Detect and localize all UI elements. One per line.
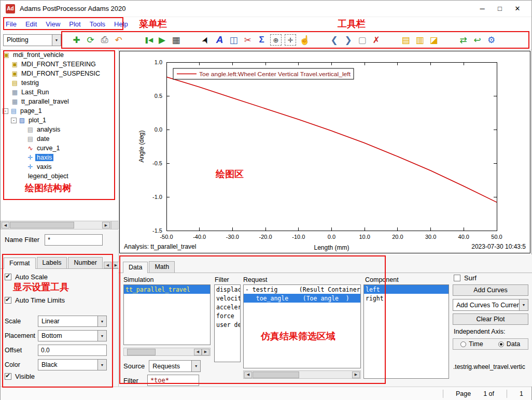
undo-icon[interactable]: ↶ xyxy=(111,33,125,47)
menu-plot[interactable]: Plot xyxy=(69,20,80,28)
source-select[interactable]: Requests xyxy=(149,360,201,372)
offset-input[interactable]: 0.0 xyxy=(38,345,107,356)
scrollbar-track[interactable] xyxy=(253,372,352,378)
scroll-left-icon[interactable] xyxy=(244,372,252,378)
list-item[interactable]: velocity xyxy=(215,294,240,303)
tree-item-tt_parallel_travel[interactable]: ▦tt_parallel_travel xyxy=(1,97,118,106)
hand-tool-icon[interactable]: ☝ xyxy=(298,33,312,47)
chevron-down-icon[interactable] xyxy=(519,299,528,310)
tree-item-testrig[interactable]: ▤testrig xyxy=(1,78,118,88)
new-session-icon[interactable]: ✚ xyxy=(69,33,83,47)
save-layout-icon[interactable]: ▥ xyxy=(413,33,427,47)
data-tab-math[interactable]: Math xyxy=(149,261,175,273)
chevron-down-icon[interactable] xyxy=(97,360,106,370)
color-select[interactable]: Black xyxy=(38,359,107,370)
list-item[interactable]: tt_parallel_travel xyxy=(124,285,210,294)
request-list[interactable]: - testrig (Result Container toe_angle (T… xyxy=(243,284,361,368)
list-item[interactable]: force xyxy=(215,311,240,320)
tree-hscrollbar[interactable] xyxy=(1,221,111,230)
add-curves-button[interactable]: Add Curves xyxy=(453,284,528,296)
clear-plot-button[interactable]: Clear Plot xyxy=(453,313,528,325)
new-page-icon[interactable]: ▢ xyxy=(355,33,369,47)
scroll-right-icon[interactable] xyxy=(102,222,110,228)
tree-item-haxis[interactable]: ✛haxis xyxy=(1,153,118,162)
format-tab-labels[interactable]: Labels xyxy=(37,257,67,268)
format-tab-number[interactable]: Number xyxy=(68,257,102,268)
menu-help[interactable]: Help xyxy=(114,20,128,28)
tree-item-vaxis[interactable]: ✛vaxis xyxy=(1,162,118,172)
scroll-left-icon[interactable] xyxy=(2,222,9,228)
maximize-button[interactable]: □ xyxy=(491,5,509,12)
menu-tools[interactable]: Tools xyxy=(90,20,105,28)
tree-item-curve_1[interactable]: ∿curve_1 xyxy=(1,144,118,153)
tree-item-plot_1[interactable]: -▨plot_1 xyxy=(1,116,118,125)
scroll-left-icon[interactable] xyxy=(194,349,202,355)
settings-gear-icon[interactable]: ⚙ xyxy=(484,33,498,47)
list-item[interactable]: user defi xyxy=(215,320,240,329)
name-filter-input[interactable]: * xyxy=(45,234,103,246)
independent-axis-data-option[interactable]: Data xyxy=(491,339,528,349)
simulation-hscrollbar[interactable] xyxy=(123,348,211,356)
simulation-list[interactable]: tt_parallel_travel xyxy=(123,284,211,345)
scale-select[interactable]: Linear xyxy=(38,316,107,327)
play-icon[interactable]: ▶ xyxy=(155,33,169,47)
page-layout-icon[interactable]: ▤ xyxy=(399,33,413,47)
surf-checkbox[interactable] xyxy=(454,275,460,281)
tree-item-date[interactable]: ▤date xyxy=(1,134,118,144)
previous-page-icon[interactable]: ❮ xyxy=(327,33,341,47)
list-item[interactable]: left xyxy=(364,285,449,294)
animation-record-icon[interactable]: ▦ xyxy=(169,33,183,47)
visible-checkbox[interactable] xyxy=(5,373,11,380)
return-icon[interactable]: ↩ xyxy=(470,33,484,47)
chevron-down-icon[interactable] xyxy=(97,316,106,326)
next-page-icon[interactable]: ❯ xyxy=(341,33,355,47)
statistics-icon[interactable]: Σ xyxy=(255,33,269,47)
scrollbar-track[interactable] xyxy=(10,222,102,228)
data-tab-data[interactable]: Data xyxy=(123,262,148,273)
auto-scale-checkbox[interactable] xyxy=(5,274,11,280)
plot-layout-icon[interactable]: ◫ xyxy=(227,33,241,47)
scrollbar-thumb[interactable] xyxy=(253,372,299,378)
display-page-icon[interactable]: ◪ xyxy=(427,33,441,47)
scrollbar-track[interactable] xyxy=(125,349,193,355)
list-item[interactable]: - testrig (Result Container xyxy=(244,285,360,294)
chevron-down-icon[interactable] xyxy=(52,35,61,46)
tree-item-legend_object[interactable]: legend_object xyxy=(1,172,118,181)
menu-edit[interactable]: Edit xyxy=(25,20,37,28)
filter-input[interactable]: *toe* xyxy=(147,375,199,386)
menu-view[interactable]: View xyxy=(46,20,60,28)
mode-select[interactable]: Plotting xyxy=(3,34,61,46)
add-mode-select[interactable]: Add Curves To Curren xyxy=(453,299,528,311)
text-tool-icon[interactable]: A xyxy=(213,33,227,47)
zoom-area-icon[interactable]: ⊕ xyxy=(270,34,282,46)
list-item[interactable]: accelerat xyxy=(215,303,240,311)
minimize-button[interactable]: ─ xyxy=(473,5,491,12)
tree-item-MDI_FRONT_STEERING[interactable]: ▣MDI_FRONT_STEERING xyxy=(1,60,118,69)
pan-icon[interactable]: ✛ xyxy=(285,34,296,46)
auto-time-limits-checkbox[interactable] xyxy=(5,297,11,304)
scroll-right-icon[interactable] xyxy=(352,372,360,378)
list-item[interactable]: toe_angle (Toe angle ) xyxy=(244,294,360,303)
request-hscrollbar[interactable] xyxy=(243,370,361,379)
delete-page-icon[interactable]: ✗ xyxy=(369,33,383,47)
curve-edit-icon[interactable]: ✂ xyxy=(241,33,255,47)
tree-expander-icon[interactable]: - xyxy=(11,118,17,123)
tree-item-MDI_FRONT_SUSPENSIC[interactable]: ▣MDI_FRONT_SUSPENSIC xyxy=(1,69,118,78)
close-button[interactable]: ✕ xyxy=(509,5,526,12)
tree-expander-icon[interactable]: - xyxy=(3,108,8,114)
placement-select[interactable]: Bottom xyxy=(38,330,107,341)
tree-item-page_1[interactable]: -▤page_1 xyxy=(1,106,118,116)
scroll-right-icon[interactable] xyxy=(202,349,209,355)
menu-file[interactable]: File xyxy=(6,20,17,28)
independent-axis-time-option[interactable]: Time xyxy=(453,339,491,349)
chevron-down-icon[interactable] xyxy=(191,361,200,372)
scrollbar-thumb[interactable] xyxy=(10,222,74,228)
list-item[interactable]: right xyxy=(364,294,449,303)
list-item[interactable]: displacem xyxy=(215,285,240,294)
tree-item-mdi_front_vehicle[interactable]: ▣mdi_front_vehicle xyxy=(1,50,118,60)
pane-splitter[interactable] xyxy=(111,221,119,230)
print-icon[interactable]: ⎙ xyxy=(97,33,111,47)
refresh-icon[interactable]: ⟳ xyxy=(83,33,97,47)
tree-item-Last_Run[interactable]: ▦Last_Run xyxy=(1,88,118,97)
first-frame-icon[interactable]: ❚◀ xyxy=(141,33,155,47)
